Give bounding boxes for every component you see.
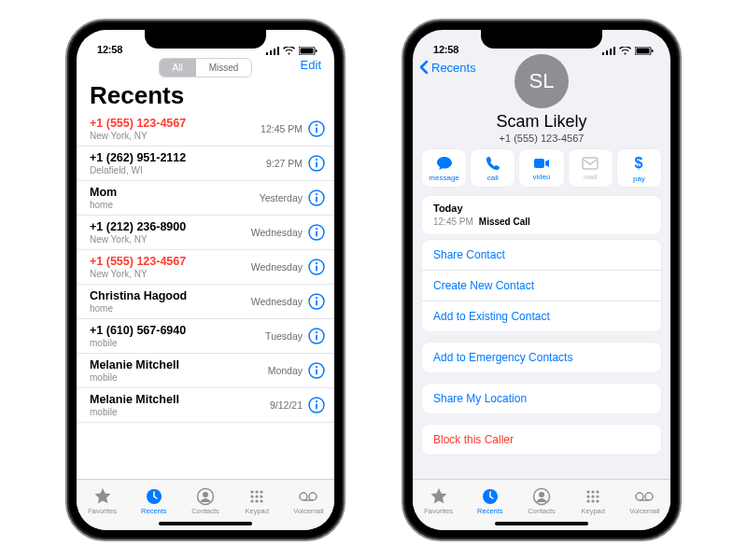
phone-frame-left: 12:58 All Missed Edit Recents +1 (555) 1…: [65, 19, 345, 541]
svg-rect-52: [613, 47, 615, 55]
svg-point-64: [597, 490, 599, 493]
segment-missed[interactable]: Missed: [196, 59, 252, 77]
tab-recents[interactable]: Recents: [128, 480, 179, 523]
tab-contacts[interactable]: Contacts: [515, 480, 567, 523]
svg-point-69: [592, 499, 595, 502]
svg-point-72: [645, 493, 653, 500]
action-call[interactable]: call: [471, 149, 514, 187]
recents-row[interactable]: Christina HagoodhomeWednesday: [77, 285, 334, 319]
phone-frame-right: 12:58 Recents SL Scam Likely +1 (555) 12…: [402, 19, 682, 541]
call-number: +1 (555) 123-4567: [90, 255, 251, 268]
svg-point-43: [251, 499, 254, 502]
call-number: +1 (262) 951-2112: [90, 151, 266, 164]
call-timestamp: Monday: [268, 365, 303, 376]
svg-point-39: [261, 490, 263, 493]
svg-point-38: [256, 490, 259, 493]
notch: [481, 28, 602, 49]
option-cell[interactable]: Share Contact: [422, 240, 661, 271]
recents-row[interactable]: +1 (212) 236-8900New York, NYWednesday: [77, 216, 334, 250]
screen-contact-card: 12:58 Recents SL Scam Likely +1 (555) 12…: [413, 30, 670, 530]
recents-row[interactable]: Melanie Mitchellmobile9/12/21: [77, 388, 334, 423]
svg-rect-55: [652, 49, 654, 52]
call-subtitle: Delafield, WI: [90, 165, 266, 175]
wifi-icon: [283, 47, 295, 55]
page-title: Recents: [77, 77, 334, 112]
keypad-icon: [584, 487, 602, 506]
svg-rect-1: [270, 50, 272, 55]
svg-rect-50: [606, 50, 608, 55]
svg-point-14: [316, 193, 317, 195]
call-type: Missed Call: [479, 217, 530, 227]
tab-keypad[interactable]: Keypad: [232, 480, 283, 523]
tab-contacts[interactable]: Contacts: [179, 480, 231, 523]
info-icon[interactable]: [308, 293, 325, 310]
info-icon[interactable]: [308, 155, 325, 172]
edit-button[interactable]: Edit: [301, 58, 321, 72]
tab-favorites[interactable]: Favorites: [77, 480, 128, 523]
recents-header: All Missed: [77, 56, 334, 77]
info-icon[interactable]: [308, 362, 325, 379]
contact-actions: messagecallvideomail$pay: [413, 149, 670, 196]
home-indicator[interactable]: [159, 522, 252, 525]
info-icon[interactable]: [308, 328, 325, 344]
tab-favorites[interactable]: Favorites: [413, 480, 464, 523]
contact-block-group: Block this Caller: [422, 425, 661, 455]
recents-row[interactable]: +1 (262) 951-2112Delafield, WI9:27 PM: [77, 147, 334, 181]
svg-rect-12: [316, 162, 317, 168]
svg-point-63: [592, 490, 595, 493]
status-icons: [266, 47, 317, 55]
action-message[interactable]: message: [422, 149, 466, 187]
recents-row[interactable]: MomhomeYesterday: [77, 181, 334, 216]
info-icon[interactable]: [308, 189, 325, 206]
segment-all[interactable]: All: [160, 59, 196, 77]
tab-label: Recents: [141, 507, 167, 515]
tab-voicemail[interactable]: Voicemail: [619, 480, 670, 523]
svg-point-70: [597, 499, 599, 502]
svg-point-67: [597, 495, 599, 497]
recents-row[interactable]: +1 (555) 123-4567New York, NYWednesday: [77, 250, 334, 285]
action-video[interactable]: video: [519, 149, 563, 187]
contact-actions-group-c: Share My Location: [422, 384, 661, 413]
svg-rect-0: [266, 52, 268, 55]
star-icon: [430, 487, 448, 506]
call-timestamp: Yesterday: [260, 192, 303, 203]
battery-icon: [635, 47, 654, 55]
home-indicator[interactable]: [495, 522, 588, 525]
svg-point-29: [316, 366, 317, 368]
tab-voicemail[interactable]: Voicemail: [283, 480, 334, 523]
svg-point-62: [587, 490, 590, 493]
call-timestamp: 12:45 PM: [261, 123, 303, 134]
svg-rect-51: [610, 49, 612, 55]
option-cell[interactable]: Add to Emergency Contacts: [422, 343, 661, 372]
svg-rect-21: [316, 266, 317, 272]
svg-point-36: [203, 492, 208, 497]
recents-list[interactable]: +1 (555) 123-4567New York, NY12:45 PM+1 …: [77, 112, 334, 479]
info-icon[interactable]: [308, 224, 325, 241]
action-pay[interactable]: $pay: [617, 149, 661, 187]
segmented-control[interactable]: All Missed: [159, 58, 253, 77]
tab-label: Voicemail: [293, 507, 323, 515]
svg-rect-18: [316, 231, 317, 237]
info-icon[interactable]: [308, 397, 325, 413]
recents-row[interactable]: +1 (610) 567-6940mobileTuesday: [77, 319, 334, 354]
avatar-initials: SL: [529, 69, 555, 93]
tab-keypad[interactable]: Keypad: [568, 480, 619, 523]
svg-rect-2: [274, 49, 275, 55]
info-icon[interactable]: [308, 120, 325, 137]
svg-rect-9: [316, 128, 317, 133]
option-cell[interactable]: Create New Contact: [422, 271, 661, 301]
option-cell[interactable]: Add to Existing Contact: [422, 301, 661, 331]
svg-rect-27: [316, 335, 317, 341]
tab-recents[interactable]: Recents: [464, 480, 515, 523]
video-icon: [533, 157, 550, 170]
action-label: mail: [584, 173, 598, 181]
recents-row[interactable]: Melanie MitchellmobileMonday: [77, 354, 334, 388]
contact-actions-group-b: Add to Emergency Contacts: [422, 343, 661, 372]
option-cell[interactable]: Share My Location: [422, 384, 661, 413]
option-cell[interactable]: Block this Caller: [422, 425, 661, 455]
svg-rect-6: [316, 49, 317, 52]
avatar: SL: [514, 54, 569, 108]
svg-point-44: [256, 499, 259, 502]
recents-row[interactable]: +1 (555) 123-4567New York, NY12:45 PM: [77, 112, 334, 147]
info-icon[interactable]: [308, 259, 325, 275]
